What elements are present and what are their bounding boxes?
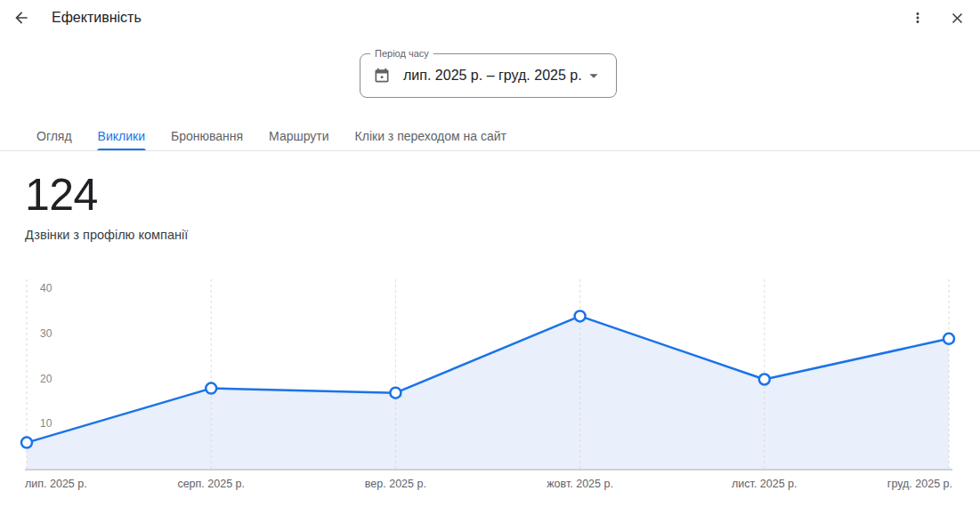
tab-website-clicks[interactable]: Кліки з переходом на сайт bbox=[354, 118, 507, 151]
data-point[interactable] bbox=[206, 383, 216, 394]
more-options-button[interactable] bbox=[908, 8, 927, 28]
page-title: Ефективність bbox=[52, 10, 142, 26]
y-axis-tick-label: 40 bbox=[40, 282, 53, 294]
x-axis-tick-label: серп. 2025 р. bbox=[177, 478, 245, 490]
arrow-left-icon bbox=[12, 9, 30, 27]
x-axis-tick-label: жовт. 2025 р. bbox=[547, 478, 613, 490]
date-range-value: лип. 2025 р. – груд. 2025 р. bbox=[403, 68, 582, 84]
y-axis-tick-label: 20 bbox=[40, 373, 53, 385]
data-point[interactable] bbox=[944, 334, 954, 344]
calls-chart[interactable]: 10203040лип. 2025 р.серп. 2025 р.вер. 20… bbox=[0, 272, 980, 505]
metric-label: Дзвінки з профілю компанії bbox=[25, 228, 188, 242]
y-axis-tick-label: 30 bbox=[40, 327, 53, 340]
data-point[interactable] bbox=[390, 388, 401, 398]
y-axis-tick-label: 10 bbox=[40, 417, 53, 430]
kebab-menu-icon bbox=[910, 10, 926, 26]
tab-bar: Огляд Виклики Бронювання Маршрути Кліки … bbox=[36, 118, 507, 151]
close-button[interactable] bbox=[947, 8, 968, 28]
x-axis-tick-label: лип. 2025 р. bbox=[25, 478, 87, 490]
chevron-down-icon bbox=[584, 66, 603, 85]
tab-bookings[interactable]: Бронювання bbox=[170, 118, 244, 151]
date-range-picker[interactable]: Період часу лип. 2025 р. – груд. 2025 р. bbox=[360, 53, 617, 98]
tab-overview[interactable]: Огляд bbox=[36, 118, 73, 151]
tab-directions[interactable]: Маршрути bbox=[268, 118, 329, 151]
calls-chart-svg[interactable]: 10203040лип. 2025 р.серп. 2025 р.вер. 20… bbox=[0, 272, 980, 505]
chart-area-fill bbox=[27, 316, 949, 470]
metric-block: 124 Дзвінки з профілю компанії bbox=[25, 172, 188, 242]
x-axis-tick-label: груд. 2025 р. bbox=[887, 478, 952, 490]
tabs-divider bbox=[0, 150, 980, 151]
back-button[interactable] bbox=[11, 7, 32, 28]
x-axis-tick-label: вер. 2025 р. bbox=[365, 478, 426, 490]
tab-calls[interactable]: Виклики bbox=[97, 118, 146, 151]
metric-value: 124 bbox=[25, 172, 188, 218]
data-point[interactable] bbox=[575, 310, 586, 321]
data-point[interactable] bbox=[21, 438, 32, 448]
date-range-label: Період часу bbox=[370, 48, 433, 60]
close-icon bbox=[949, 10, 966, 27]
header: Ефективність bbox=[0, 0, 980, 36]
data-point[interactable] bbox=[759, 374, 770, 385]
x-axis-tick-label: лист. 2025 р. bbox=[732, 478, 798, 490]
calendar-icon bbox=[373, 67, 391, 84]
